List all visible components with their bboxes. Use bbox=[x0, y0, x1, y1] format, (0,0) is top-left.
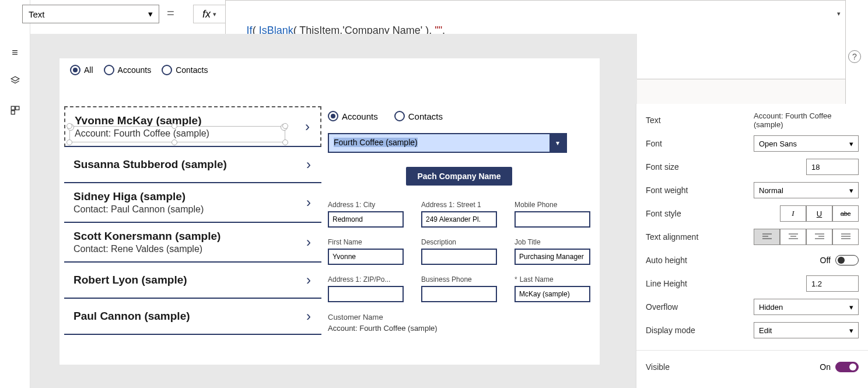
radio-contacts[interactable]: Contacts bbox=[162, 65, 208, 75]
overflow-dropdown[interactable]: Hidden▾ bbox=[754, 299, 859, 315]
form-field: First Name bbox=[328, 238, 410, 265]
align-right-button[interactable] bbox=[806, 229, 832, 245]
chevron-down-icon: ▾ bbox=[849, 326, 853, 335]
gallery-item-title: Susanna Stubberod (sample) bbox=[74, 158, 227, 171]
left-rail: ≡ bbox=[0, 0, 30, 388]
form-field: *Last Name bbox=[514, 275, 596, 302]
detail-radio-contacts[interactable]: Contacts bbox=[394, 111, 443, 121]
form-input[interactable] bbox=[421, 211, 497, 228]
prop-displaymode-label: Display mode bbox=[646, 326, 695, 335]
chevron-down-icon: ▾ bbox=[213, 11, 216, 18]
align-center-button[interactable] bbox=[780, 229, 806, 245]
form-input[interactable] bbox=[421, 249, 497, 265]
gallery-item[interactable]: Paul Cannon (sample)› bbox=[64, 299, 321, 335]
selection-handle[interactable] bbox=[172, 139, 177, 145]
selection-handle[interactable] bbox=[282, 123, 288, 129]
properties-panel: Text Account: Fourth Coffee (sample) Fon… bbox=[636, 104, 868, 388]
underline-button[interactable]: U bbox=[806, 205, 832, 222]
selection-handle[interactable] bbox=[172, 123, 177, 129]
form-field: Mobile Phone bbox=[514, 201, 596, 228]
gallery-filter-radios: All Accounts Contacts bbox=[60, 58, 319, 82]
components-icon[interactable] bbox=[10, 105, 20, 118]
form-input[interactable] bbox=[514, 211, 590, 228]
chevron-right-icon[interactable]: › bbox=[306, 194, 317, 211]
prop-fontsize-label: Font size bbox=[646, 162, 679, 172]
fx-button[interactable]: fx▾ bbox=[193, 5, 225, 23]
form-field: Address 1: Street 1 bbox=[421, 201, 503, 228]
gallery-item-title: Robert Lyon (sample) bbox=[74, 274, 187, 286]
textalign-buttons bbox=[754, 229, 859, 245]
chevron-down-icon: ▾ bbox=[849, 186, 853, 195]
prop-textalign-label: Text alignment bbox=[646, 232, 698, 242]
gallery-item[interactable]: Sidney Higa (sample)Contact: Paul Cannon… bbox=[64, 183, 321, 223]
strike-button[interactable]: abc bbox=[832, 205, 859, 222]
chevron-down-icon: ▾ bbox=[148, 9, 153, 19]
detail-form: Accounts Contacts Fourth Coffee (sample)… bbox=[328, 111, 590, 333]
chevron-right-icon[interactable]: › bbox=[306, 308, 317, 324]
italic-button[interactable]: I bbox=[780, 205, 806, 222]
chevron-right-icon[interactable]: › bbox=[305, 118, 316, 135]
align-justify-button[interactable] bbox=[832, 229, 859, 245]
form-field: Address 1: ZIP/Po... bbox=[328, 275, 410, 302]
form-field: Description bbox=[421, 238, 503, 265]
prop-fontstyle-label: Font style bbox=[646, 209, 681, 218]
gallery-item-subtitle: Contact: Paul Cannon (sample) bbox=[74, 204, 204, 215]
chevron-right-icon[interactable]: › bbox=[306, 156, 317, 173]
gallery-item-title: Paul Cannon (sample) bbox=[74, 310, 190, 323]
prop-text-value[interactable]: Account: Fourth Coffee (sample) bbox=[754, 111, 859, 129]
app-preview: All Accounts Contacts Yvonne McKay (samp… bbox=[60, 58, 600, 365]
form-input[interactable] bbox=[421, 286, 497, 302]
prop-lineheight-label: Line Height bbox=[646, 279, 687, 288]
customer-name-card: Customer Name Account: Fourth Coffee (sa… bbox=[328, 313, 590, 333]
help-icon[interactable]: ? bbox=[848, 50, 861, 63]
radio-all[interactable]: All bbox=[70, 65, 93, 75]
gallery-item[interactable]: Susanna Stubberod (sample)› bbox=[64, 147, 321, 183]
gallery-item[interactable]: Robert Lyon (sample)› bbox=[64, 263, 321, 299]
form-input[interactable] bbox=[514, 286, 590, 302]
detail-radio-accounts[interactable]: Accounts bbox=[328, 111, 378, 121]
form-field: Job Title bbox=[514, 238, 596, 265]
prop-text-label: Text bbox=[646, 116, 661, 125]
selection-handle[interactable] bbox=[282, 139, 288, 145]
gallery-item-title: Scott Konersmann (sample) bbox=[74, 230, 220, 243]
form-field: Business Phone bbox=[421, 275, 503, 302]
align-left-button[interactable] bbox=[754, 229, 780, 245]
fontsize-input[interactable] bbox=[806, 159, 859, 175]
svg-rect-2 bbox=[15, 106, 19, 110]
layers-icon[interactable] bbox=[10, 75, 20, 89]
radio-accounts[interactable]: Accounts bbox=[104, 65, 152, 75]
form-input[interactable] bbox=[514, 249, 590, 265]
equals-sign: = bbox=[167, 6, 174, 21]
selection-handle[interactable] bbox=[66, 139, 72, 145]
property-selector[interactable]: Text ▾ bbox=[22, 5, 159, 23]
font-dropdown[interactable]: Open Sans▾ bbox=[754, 135, 859, 152]
company-combo[interactable]: Fourth Coffee (sample) ▾ bbox=[328, 133, 567, 153]
form-fields: Address 1: CityAddress 1: Street 1Mobile… bbox=[328, 201, 590, 302]
gallery-item-title: Sidney Higa (sample) bbox=[74, 190, 204, 203]
chevron-down-icon: ▾ bbox=[849, 139, 853, 148]
hamburger-icon[interactable]: ≡ bbox=[12, 47, 18, 59]
property-selector-label: Text bbox=[29, 9, 45, 19]
form-input[interactable] bbox=[328, 249, 404, 265]
fontweight-dropdown[interactable]: Normal▾ bbox=[754, 182, 859, 198]
canvas: All Accounts Contacts Yvonne McKay (samp… bbox=[30, 34, 637, 388]
visible-toggle[interactable] bbox=[835, 362, 859, 372]
form-input[interactable] bbox=[328, 211, 404, 228]
selection-bounds bbox=[69, 126, 285, 142]
svg-rect-3 bbox=[11, 111, 15, 114]
lineheight-input[interactable] bbox=[806, 275, 859, 292]
gallery-item[interactable]: Scott Konersmann (sample)Contact: Rene V… bbox=[64, 223, 321, 263]
chevron-down-icon[interactable]: ▾ bbox=[550, 134, 566, 152]
chevron-down-icon[interactable]: ▾ bbox=[837, 9, 841, 19]
prop-font-label: Font bbox=[646, 139, 662, 148]
selection-handle[interactable] bbox=[66, 123, 72, 129]
chevron-right-icon[interactable]: › bbox=[306, 272, 317, 288]
svg-rect-1 bbox=[11, 106, 15, 110]
displaymode-dropdown[interactable]: Edit▾ bbox=[754, 322, 859, 338]
chevron-right-icon[interactable]: › bbox=[306, 234, 317, 250]
svg-marker-0 bbox=[11, 76, 19, 81]
form-input[interactable] bbox=[328, 286, 404, 302]
autoheight-toggle[interactable] bbox=[835, 255, 859, 265]
gallery-item-subtitle: Contact: Rene Valdes (sample) bbox=[74, 244, 220, 254]
patch-button[interactable]: Pach Company Name bbox=[406, 167, 512, 186]
